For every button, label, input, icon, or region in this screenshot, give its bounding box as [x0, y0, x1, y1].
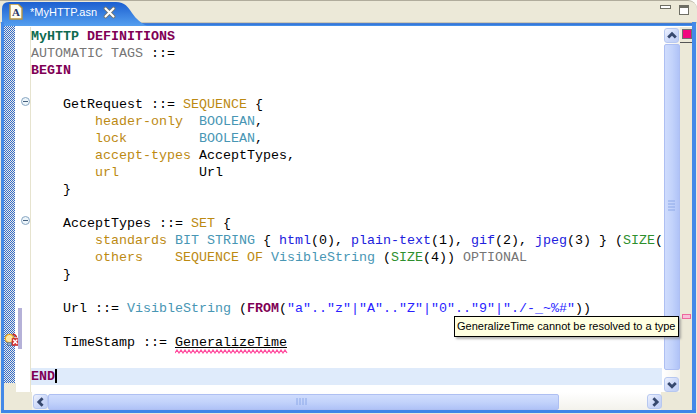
svg-text:A: A	[12, 6, 20, 18]
